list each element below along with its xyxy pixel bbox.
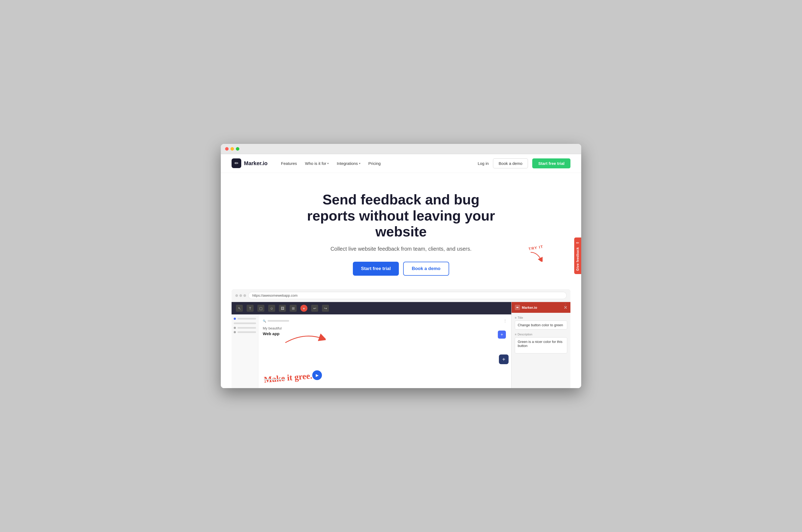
- demo-sidebar: [232, 315, 259, 388]
- demo-sidebar-item-2: [234, 327, 256, 329]
- dot-icon-2: [234, 327, 236, 329]
- demo-dot-3: [243, 294, 246, 297]
- nav-features[interactable]: Features: [281, 161, 297, 166]
- start-trial-hero-button[interactable]: Start free trial: [353, 262, 399, 276]
- three-dots-icon[interactable]: ⋮: [563, 303, 568, 308]
- maximize-window-button[interactable]: [236, 147, 240, 151]
- try-it-arrow-icon: [529, 251, 543, 262]
- menu-icon: ⋮: [503, 319, 507, 323]
- demo-url-bar: https://awesomewebapp.com: [248, 292, 567, 299]
- redo-tool[interactable]: ↪: [322, 305, 329, 312]
- demo-marker-panel: ⋮ + ✏ Marker.io ✕ ≡ Title: [511, 302, 570, 388]
- demo-sidebar-item-1: [234, 318, 256, 320]
- book-demo-button[interactable]: Book a demo: [493, 158, 528, 168]
- demo-browser-bar: https://awesomewebapp.com: [232, 289, 570, 302]
- panel-logo-icon: ✏: [515, 305, 520, 310]
- hero-subtitle: Collect live website feedback from team,…: [232, 246, 570, 252]
- login-button[interactable]: Log in: [478, 161, 489, 166]
- red-arrow-annotation: [283, 329, 326, 348]
- cursor-tool[interactable]: ↖: [236, 305, 243, 312]
- dot-icon: [234, 318, 236, 320]
- description-label: ≡ Description: [515, 333, 567, 336]
- feedback-tab-label: Give feedback: [576, 247, 579, 271]
- minimize-window-button[interactable]: [230, 147, 234, 151]
- feedback-tab[interactable]: ✏ Give feedback: [574, 238, 581, 274]
- nav-pricing[interactable]: Pricing: [368, 161, 381, 166]
- hero-title: Send feedback and bug reports without le…: [304, 192, 498, 240]
- demo-content: ↖ T ▢ ☺ 🖼 ⊞ ● ↩ ↪: [232, 302, 570, 388]
- record-tool[interactable]: ●: [301, 305, 307, 312]
- nav-links: Features Who is it for ▾ Integrations ▾ …: [281, 161, 478, 166]
- demo-dot-2: [240, 294, 242, 297]
- sidebar-divider: [234, 322, 256, 324]
- panel-body: ≡ Title Change button color to green ≡ D…: [512, 313, 570, 388]
- hero-ctas: Start free trial Book a demo: [232, 262, 570, 276]
- demo-line-1: [264, 379, 285, 380]
- navbar: ✏ Marker.io Features Who is it for ▾ Int…: [221, 154, 581, 173]
- demo-dot-1: [235, 294, 238, 297]
- demo-main: 🔍 ⋮ My beautiful Web app: [259, 315, 511, 388]
- search-bar: [268, 320, 289, 322]
- sidebar-line-3: [237, 331, 256, 333]
- demo-area: https://awesomewebapp.com ↖ T ▢ ☺ 🖼 ⊞ ● …: [232, 289, 570, 388]
- browser-content: ✏ Marker.io Features Who is it for ▾ Int…: [221, 154, 581, 388]
- demo-app-body: 🔍 ⋮ My beautiful Web app: [232, 315, 511, 388]
- nav-who-is-it-for[interactable]: Who is it for ▾: [305, 161, 329, 166]
- search-icon: 🔍: [263, 320, 266, 322]
- undo-tool[interactable]: ↩: [311, 305, 318, 312]
- panel-plus-button[interactable]: +: [499, 355, 509, 364]
- try-it-text: TRY IT: [528, 244, 543, 251]
- book-demo-hero-button[interactable]: Book a demo: [403, 262, 449, 276]
- nav-actions: Log in Book a demo Start free trial: [478, 158, 570, 168]
- emoji-tool[interactable]: ☺: [268, 305, 275, 312]
- rect-tool[interactable]: ▢: [257, 305, 264, 312]
- traffic-lights: [225, 147, 240, 151]
- demo-graffiti-text: Make it gree.: [264, 370, 312, 385]
- demo-sidebar-item-3: [234, 331, 256, 333]
- title-input[interactable]: Change button color to green: [515, 321, 567, 329]
- panel-logo: ✏ Marker.io: [515, 305, 537, 310]
- browser-window: ✏ Marker.io Features Who is it for ▾ Int…: [221, 144, 581, 388]
- image-tool[interactable]: 🖼: [279, 305, 286, 312]
- chevron-down-icon: ▾: [359, 162, 360, 165]
- close-window-button[interactable]: [225, 147, 229, 151]
- try-it-annotation: TRY IT: [529, 246, 543, 262]
- description-textarea[interactable]: Green is a nicer color for this button: [515, 337, 567, 354]
- text-tool[interactable]: T: [247, 305, 254, 312]
- sidebar-line: [237, 318, 256, 320]
- more-tool[interactable]: ⊞: [290, 305, 297, 312]
- demo-toolbar: ↖ T ▢ ☺ 🖼 ⊞ ● ↩ ↪: [232, 302, 511, 315]
- start-trial-nav-button[interactable]: Start free trial: [532, 158, 570, 168]
- hero-section: Send feedback and bug reports without le…: [221, 173, 581, 289]
- logo-text: Marker.io: [244, 160, 268, 167]
- nav-integrations[interactable]: Integrations ▾: [337, 161, 360, 166]
- browser-chrome: [221, 144, 581, 154]
- logo-icon: ✏: [232, 158, 241, 168]
- chevron-down-icon: ▾: [327, 162, 329, 165]
- demo-dots: [235, 294, 246, 297]
- demo-blue-plus-btn[interactable]: +: [498, 330, 506, 339]
- sidebar-line-2: [237, 327, 256, 329]
- demo-webapp: ↖ T ▢ ☺ 🖼 ⊞ ● ↩ ↪: [232, 302, 511, 388]
- panel-header: ✏ Marker.io ✕: [512, 302, 570, 313]
- logo-area[interactable]: ✏ Marker.io: [232, 158, 268, 168]
- title-label: ≡ Title: [515, 316, 567, 319]
- demo-search: 🔍 ⋮: [263, 319, 507, 323]
- edit-icon: ✏: [576, 241, 579, 245]
- dot-icon-3: [234, 331, 236, 333]
- demo-play-button[interactable]: ▶: [312, 370, 322, 380]
